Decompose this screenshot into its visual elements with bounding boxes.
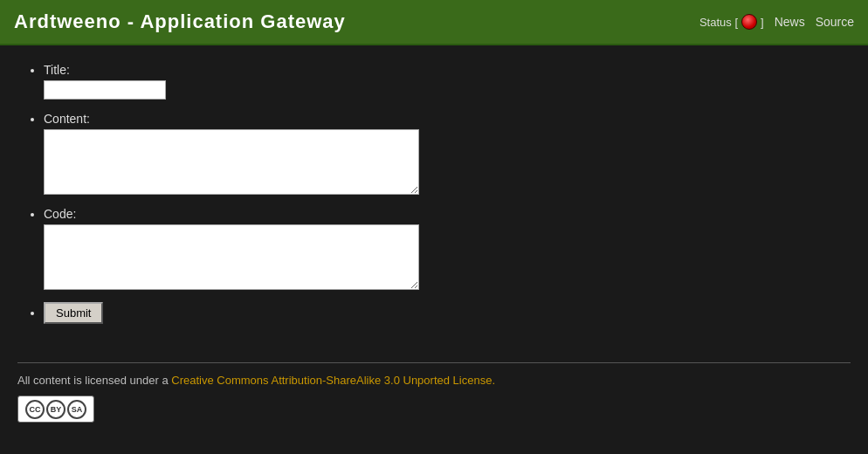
cc-circle-by: BY bbox=[46, 400, 65, 419]
status-label-after: ] bbox=[761, 16, 764, 29]
cc-badge: CC BY SA bbox=[17, 396, 851, 423]
title-input[interactable] bbox=[44, 80, 166, 100]
submit-item: Submit bbox=[44, 302, 851, 324]
title-field-item: Title: bbox=[44, 63, 851, 100]
title-label: Title: bbox=[44, 63, 851, 77]
submit-button[interactable]: Submit bbox=[44, 302, 103, 324]
status-section: Status [ ] bbox=[699, 14, 764, 30]
header: Ardtweeno - Application Gateway Status [… bbox=[0, 0, 868, 45]
nav-source-link[interactable]: Source bbox=[816, 15, 854, 29]
form-list: Title: Content: Code: Submit bbox=[26, 63, 851, 324]
code-label: Code: bbox=[44, 207, 851, 221]
content-label: Content: bbox=[44, 112, 851, 126]
main-content: Title: Content: Code: Submit bbox=[0, 45, 868, 354]
cc-icons: CC BY SA bbox=[17, 396, 94, 423]
content-field-item: Content: bbox=[44, 112, 851, 195]
nav-news-link[interactable]: News bbox=[775, 15, 805, 29]
content-textarea[interactable] bbox=[44, 129, 419, 195]
cc-circle-cc: CC bbox=[25, 400, 45, 419]
footer: All content is licensed under a Creative… bbox=[17, 362, 851, 423]
license-link[interactable]: Creative Commons Attribution-ShareAlike … bbox=[171, 374, 495, 387]
code-field-item: Code: bbox=[44, 207, 851, 290]
app-title: Ardtweeno - Application Gateway bbox=[14, 10, 346, 33]
status-label-before: Status [ bbox=[699, 16, 738, 29]
cc-circle-sa: SA bbox=[67, 400, 86, 419]
code-textarea[interactable] bbox=[44, 224, 419, 290]
license-text-before: All content is licensed under a bbox=[17, 374, 171, 387]
status-indicator bbox=[741, 14, 757, 30]
footer-license-text: All content is licensed under a Creative… bbox=[17, 374, 851, 387]
header-nav: Status [ ] News Source bbox=[699, 14, 854, 30]
